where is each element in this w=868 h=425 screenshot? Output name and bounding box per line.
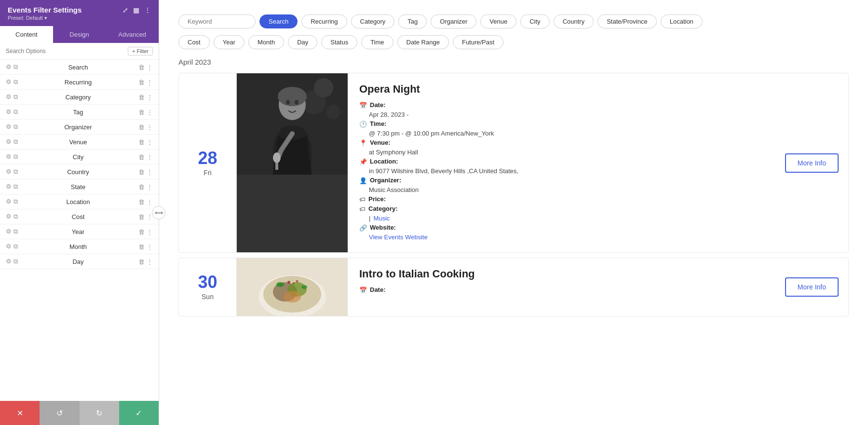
drag-icon[interactable]: ⋮ [147, 123, 153, 131]
settings-icon[interactable]: ⚙ [6, 168, 12, 176]
copy-icon[interactable]: ⧉ [14, 108, 18, 116]
settings-icon[interactable]: ⚙ [6, 138, 12, 146]
delete-icon[interactable]: 🗑 [138, 198, 145, 206]
copy-icon[interactable]: ⧉ [14, 198, 18, 206]
settings-icon[interactable]: ⚙ [6, 198, 12, 206]
settings-icon[interactable]: ⚙ [6, 228, 12, 235]
settings-icon[interactable]: ⚙ [6, 108, 12, 116]
more-info-button-cooking[interactable]: More Info [785, 277, 839, 297]
website-link[interactable]: View Events Website [369, 233, 428, 241]
settings-icon[interactable]: ⚙ [6, 93, 12, 101]
drag-icon[interactable]: ⋮ [147, 198, 153, 206]
keyword-input[interactable] [178, 14, 256, 28]
delete-icon[interactable]: 🗑 [138, 183, 145, 191]
drag-icon[interactable]: ⋮ [147, 183, 153, 191]
day-pill[interactable]: Day [288, 35, 317, 49]
settings-icon[interactable]: ⚙ [6, 63, 12, 71]
copy-icon[interactable]: ⧉ [14, 243, 18, 250]
delete-icon[interactable]: 🗑 [138, 64, 145, 71]
undo-button[interactable]: ↺ [40, 401, 79, 425]
sidebar-search-input[interactable] [6, 48, 128, 55]
more-options-icon[interactable]: ⋮ [144, 6, 151, 14]
copy-icon[interactable]: ⧉ [14, 138, 18, 146]
search-pill[interactable]: Search [259, 14, 298, 28]
year-pill[interactable]: Year [214, 35, 244, 49]
sidebar-item-icons-left: ⚙ ⧉ [6, 153, 18, 161]
settings-icon[interactable]: ⚙ [6, 183, 12, 191]
delete-icon[interactable]: 🗑 [138, 258, 145, 265]
redo-button[interactable]: ↻ [80, 401, 119, 425]
drag-icon[interactable]: ⋮ [147, 79, 153, 86]
delete-icon[interactable]: 🗑 [138, 168, 145, 176]
settings-icon[interactable]: ⚙ [6, 153, 12, 161]
drag-icon[interactable]: ⋮ [147, 138, 153, 146]
country-pill[interactable]: Country [554, 14, 594, 28]
copy-icon[interactable]: ⧉ [14, 168, 18, 176]
settings-icon[interactable]: ⚙ [6, 123, 12, 131]
copy-icon[interactable]: ⧉ [14, 63, 18, 71]
settings-icon[interactable]: ⚙ [6, 78, 12, 86]
delete-icon[interactable]: 🗑 [138, 109, 145, 116]
delete-icon[interactable]: 🗑 [138, 138, 145, 146]
category-link[interactable]: Music [373, 215, 390, 222]
delete-icon[interactable]: 🗑 [138, 213, 145, 220]
copy-icon[interactable]: ⧉ [14, 213, 18, 220]
cost-pill[interactable]: Cost [178, 35, 210, 49]
copy-icon[interactable]: ⧉ [14, 183, 18, 191]
delete-icon[interactable]: 🗑 [138, 94, 145, 101]
expand-icon[interactable]: ⤢ [122, 6, 128, 14]
drag-icon[interactable]: ⋮ [147, 258, 153, 265]
month-pill[interactable]: Month [248, 35, 284, 49]
drag-icon[interactable]: ⋮ [147, 243, 153, 250]
settings-icon[interactable]: ⚙ [6, 243, 12, 250]
drag-icon[interactable]: ⋮ [147, 153, 153, 161]
copy-icon[interactable]: ⧉ [14, 93, 18, 101]
category-pill[interactable]: Category [351, 14, 395, 28]
tag-pill[interactable]: Tag [398, 14, 427, 28]
delete-icon[interactable]: 🗑 [138, 228, 145, 235]
status-pill[interactable]: Status [321, 35, 357, 49]
drag-icon[interactable]: ⋮ [147, 228, 153, 235]
delete-icon[interactable]: 🗑 [138, 153, 145, 161]
event-title-2: Intro to Italian Cooking [359, 268, 773, 280]
future-past-pill[interactable]: Future/Past [453, 35, 503, 49]
sidebar-item-city: ⚙ ⧉ City 🗑 ⋮ [0, 150, 159, 165]
copy-icon[interactable]: ⧉ [14, 258, 18, 265]
svg-point-17 [301, 285, 307, 289]
drag-icon[interactable]: ⋮ [147, 64, 153, 71]
copy-icon[interactable]: ⧉ [14, 228, 18, 235]
state-province-pill[interactable]: State/Province [597, 14, 657, 28]
time-pill[interactable]: Time [361, 35, 393, 49]
more-info-button-opera[interactable]: More Info [785, 153, 839, 173]
resize-handle[interactable]: ⟺ [152, 206, 165, 219]
tab-design[interactable]: Design [53, 26, 106, 43]
tab-advanced[interactable]: Advanced [106, 26, 159, 43]
event-venue-value-row: at Symphony Hall [359, 149, 773, 156]
delete-icon[interactable]: 🗑 [138, 123, 145, 131]
svg-point-15 [284, 291, 301, 302]
drag-icon[interactable]: ⋮ [147, 168, 153, 176]
recurring-pill[interactable]: Recurring [301, 14, 347, 28]
city-pill[interactable]: City [520, 14, 549, 28]
drag-icon[interactable]: ⋮ [147, 94, 153, 101]
tab-content[interactable]: Content [0, 26, 53, 43]
event-location-row: 📌 Location: [359, 158, 773, 165]
copy-icon[interactable]: ⧉ [14, 78, 18, 86]
location-pill[interactable]: Location [661, 14, 703, 28]
settings-icon[interactable]: ⚙ [6, 258, 12, 265]
columns-icon[interactable]: ▦ [133, 6, 139, 14]
copy-icon[interactable]: ⧉ [14, 123, 18, 131]
sidebar-preset[interactable]: Preset: Default ▾ [8, 15, 151, 21]
cancel-button[interactable]: ✕ [0, 401, 40, 425]
organizer-pill[interactable]: Organizer [431, 14, 476, 28]
copy-icon[interactable]: ⧉ [14, 153, 18, 161]
date-range-pill[interactable]: Date Range [397, 35, 449, 49]
main-content: Search Recurring Category Tag Organizer … [159, 0, 868, 425]
delete-icon[interactable]: 🗑 [138, 79, 145, 86]
save-button[interactable]: ✓ [119, 401, 159, 425]
venue-pill[interactable]: Venue [480, 14, 516, 28]
sidebar-filter-button[interactable]: + Filter [128, 47, 153, 55]
drag-icon[interactable]: ⋮ [147, 109, 153, 116]
settings-icon[interactable]: ⚙ [6, 213, 12, 220]
delete-icon[interactable]: 🗑 [138, 243, 145, 250]
